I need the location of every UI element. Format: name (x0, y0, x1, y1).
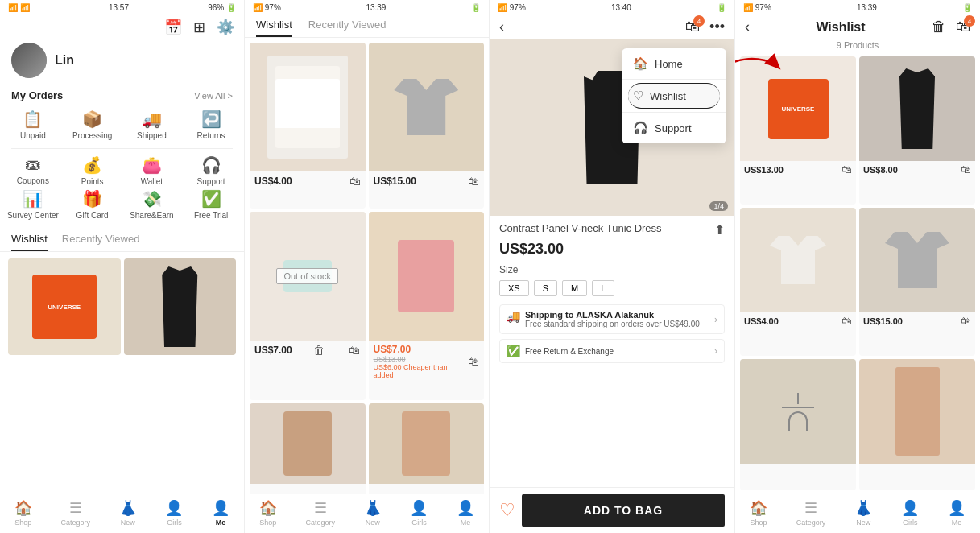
w2-product-3[interactable]: US$4.00 🛍 (740, 208, 856, 356)
w2-price-4: US$15.00 (863, 316, 903, 326)
order-returns[interactable]: ↩️ Returns (187, 109, 235, 140)
w2-bag-4[interactable]: 🛍 (961, 315, 971, 327)
delete-icon-3[interactable]: 🗑 (313, 344, 325, 357)
products-count: 9 Products (735, 39, 980, 53)
size-s[interactable]: S (534, 280, 557, 296)
settings-icon[interactable]: ⚙️ (217, 19, 234, 36)
size-xs[interactable]: XS (499, 280, 529, 296)
nav-girls-4[interactable]: 👤 Girls (901, 499, 919, 527)
size-l[interactable]: L (592, 280, 614, 296)
crop-image (770, 236, 826, 284)
w2-product-1[interactable]: UNIVERSE US$13.00 🛍 (740, 56, 856, 205)
w2-product-6[interactable] (859, 359, 975, 490)
service-wallet[interactable]: 👛 Wallet (124, 155, 179, 186)
service-support[interactable]: 🎧 Support (184, 155, 238, 186)
battery-2: 🔋 (471, 3, 481, 12)
wishlist-item-2[interactable] (124, 258, 237, 355)
service-survey[interactable]: 📊 Survey Center (6, 189, 60, 220)
bag-icon-4[interactable]: 🛍 (468, 355, 479, 368)
shipping-info[interactable]: 🚚 Shipping to ALASKA Alakanuk Free stand… (499, 304, 725, 334)
tab-recently-viewed-2[interactable]: Recently Viewed (308, 19, 387, 37)
nav-category-1[interactable]: ☰ Category (61, 499, 91, 527)
wishlist-heart-button[interactable]: ♡ (499, 500, 515, 521)
cart-container-4: 🛍 4 (956, 19, 970, 35)
nav-shop-2[interactable]: 🏠 Shop (259, 499, 277, 527)
sweater-image-2 (885, 232, 949, 288)
wishlist-product-3[interactable]: Out of stock US$7.00 🗑 🛍 (250, 212, 366, 400)
bag-icon-3[interactable]: 🛍 (349, 344, 360, 357)
w2-product-img-2 (859, 56, 975, 161)
return-info[interactable]: ✅ Free Return & Exchange › (499, 339, 725, 363)
girls-label-1: Girls (167, 519, 182, 527)
order-processing[interactable]: 📦 Processing (68, 109, 117, 140)
support-icon-dropdown: 🎧 (633, 121, 648, 135)
navbar-2: 🏠 Shop ☰ Category 👗 New 👤 Girls 👤 Me (245, 494, 489, 533)
tab-recently-viewed-1[interactable]: Recently Viewed (62, 233, 140, 251)
survey-icon: 📊 (23, 189, 43, 209)
w2-bag-1[interactable]: 🛍 (841, 163, 852, 176)
calendar-icon[interactable]: 📅 (164, 19, 182, 36)
nav-me-4[interactable]: 👤 Me (948, 499, 966, 527)
avatar[interactable] (11, 43, 47, 78)
share-icon-3[interactable]: ⬆ (714, 222, 725, 238)
nav-new-4[interactable]: 👗 New (854, 499, 872, 527)
dropdown-home[interactable]: 🏠 Home (622, 48, 726, 79)
service-shareearn[interactable]: 💸 Share&Earn (124, 189, 179, 220)
w2-product-5[interactable] (740, 359, 856, 490)
w2-bag-2[interactable]: 🛍 (961, 163, 971, 176)
dropdown-wishlist[interactable]: ♡ Wishlist (628, 83, 720, 109)
battery-4: 🔋 (962, 3, 972, 12)
nav-shop-1[interactable]: 🏠 Shop (14, 499, 32, 527)
back-button-4[interactable]: ‹ (745, 19, 750, 35)
dropdown-support[interactable]: 🎧 Support (622, 113, 726, 143)
girls-icon-1: 👤 (165, 499, 183, 517)
nav-me-2[interactable]: 👤 Me (457, 499, 474, 527)
sweater-image (394, 79, 458, 135)
wishlist-product-4[interactable]: US$7.00 US$13.00 US$6.00 Cheaper than ad… (369, 212, 485, 400)
product-footer-1: US$4.00 🛍 (250, 171, 366, 191)
more-icon-3[interactable]: ••• (709, 19, 725, 35)
wishlist-product-6[interactable] (369, 403, 485, 502)
giftcard-icon: 🎁 (82, 189, 102, 209)
product-image-3: Out of stock (250, 212, 366, 341)
back-button-3[interactable]: ‹ (499, 19, 504, 35)
add-to-bag-button[interactable]: ADD TO BAG (522, 494, 725, 527)
bag-icon-1[interactable]: 🛍 (349, 175, 361, 188)
service-coupons[interactable]: 🎟 Coupons (6, 155, 60, 186)
nav-girls-1[interactable]: 👤 Girls (165, 499, 183, 527)
chevron-icon-return: › (714, 345, 717, 357)
order-shipped[interactable]: 🚚 Shipped (127, 109, 176, 140)
grid-icon[interactable]: ⊞ (193, 19, 205, 36)
nav-new-2[interactable]: 👗 New (364, 499, 382, 527)
order-unpaid[interactable]: 📋 Unpaid (9, 109, 57, 140)
trash-icon-4[interactable]: 🗑 (932, 19, 946, 35)
w2-bag-3[interactable]: 🛍 (841, 315, 852, 327)
product-price-cheaper-4: US$6.00 Cheaper than added (374, 363, 469, 379)
support-icon: 🎧 (201, 155, 221, 175)
nav-girls-2[interactable]: 👤 Girls (410, 499, 428, 527)
cart-container-3: 🛍 4 (685, 19, 700, 35)
dropdown-support-label: Support (655, 122, 692, 134)
product-topbar: ‹ 🛍 4 ••• (490, 15, 734, 39)
nav-me-1[interactable]: 👤 Me (212, 499, 229, 527)
wishlist-product-5[interactable] (250, 403, 366, 502)
product-price-3: US$7.00 (254, 345, 292, 356)
wishlist-product-2[interactable]: US$15.00 🛍 (369, 43, 485, 209)
nav-category-2[interactable]: ☰ Category (306, 499, 336, 527)
wishlist-product-1[interactable]: US$4.00 🛍 (250, 43, 366, 209)
service-freetrial[interactable]: ✅ Free Trial (184, 189, 238, 220)
panel-wishlist-list: 📶 97% 13:39 🔋 Wishlist Recently Viewed U… (245, 0, 490, 533)
tab-wishlist-1[interactable]: Wishlist (11, 233, 48, 251)
w2-product-2[interactable]: US$8.00 🛍 (859, 56, 975, 205)
nav-category-4[interactable]: ☰ Category (796, 499, 826, 527)
w2-product-4[interactable]: US$15.00 🛍 (859, 208, 975, 356)
service-points[interactable]: 💰 Points (65, 155, 120, 186)
tab-wishlist-2[interactable]: Wishlist (256, 19, 292, 37)
size-m[interactable]: M (562, 280, 587, 296)
service-giftcard[interactable]: 🎁 Gift Card (65, 189, 120, 220)
wishlist-item-1[interactable]: UNIVERSE (8, 258, 121, 355)
bag-icon-2[interactable]: 🛍 (468, 175, 479, 188)
nav-shop-4[interactable]: 🏠 Shop (750, 499, 767, 527)
view-all-link[interactable]: View All > (194, 91, 233, 101)
nav-new-1[interactable]: 👗 New (119, 499, 137, 527)
